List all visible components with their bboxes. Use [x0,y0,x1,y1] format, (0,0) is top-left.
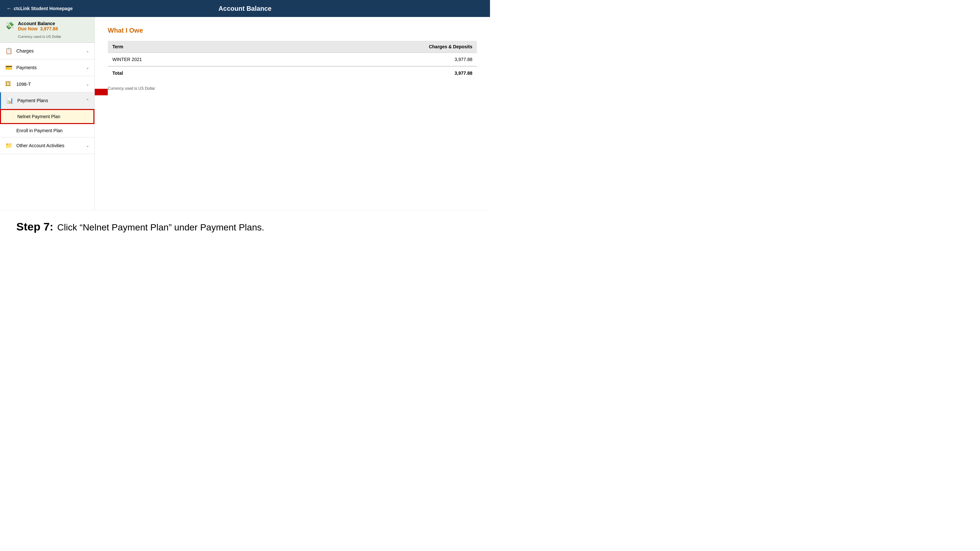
account-balance-text: Account Balance Due Now 3,977.88 Currenc… [18,21,61,38]
charges-label: Charges [16,48,33,54]
other-activities-icon: 📁 [5,142,13,149]
total-label: Total [108,66,264,79]
top-bar: ← ctcLink Student Homepage Account Balan… [0,0,490,17]
content-area: What I Owe Term Charges & Deposits WINTE… [95,17,490,210]
1098t-label: 1098-T [16,82,31,87]
step-number: Step 7: [16,220,53,233]
enroll-payment-plan-label: Enroll in Payment Plan [16,128,63,133]
main-container: 💸 Account Balance Due Now 3,977.88 Curre… [0,17,490,210]
total-amount: 3,977.88 [264,66,477,79]
sidebar-item-payment-plans[interactable]: 📊 Payment Plans ⌃ [0,92,94,109]
sidebar-item-other-activities[interactable]: 📁 Other Account Activities ⌄ [0,137,94,154]
account-balance-title: Account Balance [18,21,61,26]
due-now-label: Due Now [18,26,38,31]
account-balance-currency-note: Currency used is US Dollar [18,35,61,38]
row-term: WINTER 2021 [108,53,264,67]
1098t-chevron-icon: ⌄ [86,82,89,86]
payments-chevron-icon: ⌄ [86,65,89,70]
charges-icon: 📋 [5,47,13,54]
page-title: Account Balance [218,5,272,13]
content-currency-note: Currency used is US Dollar [108,86,477,91]
back-button[interactable]: ← ctcLink Student Homepage [0,6,79,11]
sidebar-subitem-enroll[interactable]: Enroll in Payment Plan [0,124,94,137]
step-text: Click “Nelnet Payment Plan” under Paymen… [57,222,264,233]
account-balance-card: 💸 Account Balance Due Now 3,977.88 Curre… [0,17,94,43]
other-activities-label: Other Account Activities [16,143,64,148]
sidebar: 💸 Account Balance Due Now 3,977.88 Curre… [0,17,95,210]
back-chevron-icon: ← [6,6,12,11]
svg-marker-0 [95,84,108,100]
back-button-label: ctcLink Student Homepage [14,6,73,11]
payment-plans-icon: 📊 [6,97,14,104]
payment-plans-chevron-icon: ⌃ [86,98,89,103]
payments-icon: 💳 [5,64,13,71]
col-header-charges: Charges & Deposits [264,41,477,53]
due-now-amount: 3,977.88 [40,26,58,31]
due-now-row: Due Now 3,977.88 [18,26,61,31]
sidebar-item-payments[interactable]: 💳 Payments ⌄ [0,59,94,76]
table-total-row: Total 3,977.88 [108,66,477,79]
sidebar-item-charges[interactable]: 📋 Charges ⌄ [0,43,94,59]
1098t-icon: 🖼 [5,81,13,87]
sidebar-subitem-nelnet[interactable]: Nelnet Payment Plan [0,109,94,124]
what-i-owe-title: What I Owe [108,27,477,34]
other-activities-chevron-icon: ⌄ [86,143,89,148]
col-header-term: Term [108,41,264,53]
red-arrow-annotation [95,82,108,103]
what-i-owe-table: Term Charges & Deposits WINTER 2021 3,97… [108,41,477,79]
charges-chevron-icon: ⌄ [86,49,89,53]
sidebar-item-1098t[interactable]: 🖼 1098-T ⌄ [0,76,94,92]
step-instruction: Step 7: Click “Nelnet Payment Plan” unde… [0,210,490,243]
account-balance-icon: 💸 [5,22,14,30]
row-amount: 3,977.88 [264,53,477,67]
nelnet-payment-plan-label: Nelnet Payment Plan [18,114,60,119]
table-row: WINTER 2021 3,977.88 [108,53,477,67]
payments-label: Payments [16,65,37,70]
payment-plans-label: Payment Plans [18,98,48,103]
